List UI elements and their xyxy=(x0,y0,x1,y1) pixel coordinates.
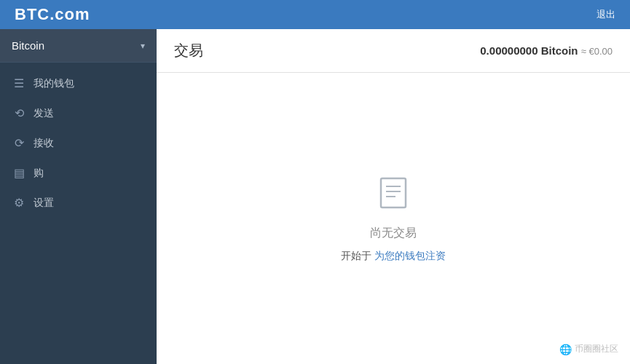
sidebar: Bitcoin ▾ ☰ 我的钱包 ⟲ 发送 ⟳ 接收 ▤ 购 ⚙ 设置 xyxy=(0,29,157,364)
empty-state-cta: 开始于 为您的钱包注资 xyxy=(341,250,446,263)
main-header: 交易 0.00000000 Bitcoin ≈ €0.00 xyxy=(157,29,630,73)
settings-icon: ⚙ xyxy=(12,196,26,210)
balance-separator: ≈ xyxy=(581,46,589,57)
chevron-down-icon: ▾ xyxy=(141,41,145,51)
sidebar-item-label-send: 发送 xyxy=(34,107,54,120)
app-logo: BTC.com xyxy=(15,5,90,24)
sidebar-item-label-buy: 购 xyxy=(34,167,44,180)
sidebar-nav: ☰ 我的钱包 ⟲ 发送 ⟳ 接收 ▤ 购 ⚙ 设置 xyxy=(0,63,157,223)
sidebar-item-label-settings: 设置 xyxy=(34,197,54,210)
app-header: BTC.com 退出 xyxy=(0,0,630,29)
wallet-name: Bitcoin xyxy=(12,39,44,52)
empty-state-icon xyxy=(375,175,412,217)
fund-wallet-link[interactable]: 为您的钱包注资 xyxy=(374,250,446,261)
send-icon: ⟲ xyxy=(12,106,26,120)
sidebar-item-my-wallet[interactable]: ☰ 我的钱包 xyxy=(0,68,157,98)
watermark: 🌐 币圈圈社区 xyxy=(559,343,618,355)
buy-icon: ▤ xyxy=(12,166,26,180)
sidebar-item-receive[interactable]: ⟳ 接收 xyxy=(0,128,157,158)
cta-prefix: 开始于 xyxy=(341,250,374,261)
sidebar-item-label-my-wallet: 我的钱包 xyxy=(34,77,74,90)
empty-state: 尚无交易 开始于 为您的钱包注资 xyxy=(341,175,446,263)
transactions-area: 尚无交易 开始于 为您的钱包注资 xyxy=(157,73,630,364)
empty-state-text: 尚无交易 xyxy=(370,226,417,241)
logout-button[interactable]: 退出 xyxy=(596,8,615,21)
sidebar-item-label-receive: 接收 xyxy=(34,137,54,150)
watermark-icon: 🌐 xyxy=(559,344,572,355)
main-content: 交易 0.00000000 Bitcoin ≈ €0.00 尚 xyxy=(157,29,630,364)
wallet-selector[interactable]: Bitcoin ▾ xyxy=(0,29,157,63)
fiat-amount: €0.00 xyxy=(588,46,613,57)
sidebar-item-settings[interactable]: ⚙ 设置 xyxy=(0,188,157,218)
wallet-icon: ☰ xyxy=(12,76,26,90)
receive-icon: ⟳ xyxy=(12,136,26,150)
sidebar-item-send[interactable]: ⟲ 发送 xyxy=(0,98,157,128)
app-body: Bitcoin ▾ ☰ 我的钱包 ⟲ 发送 ⟳ 接收 ▤ 购 ⚙ 设置 xyxy=(0,29,630,364)
balance-display: 0.00000000 Bitcoin ≈ €0.00 xyxy=(480,44,613,57)
page-title: 交易 xyxy=(174,41,203,60)
svg-rect-0 xyxy=(381,178,406,207)
bitcoin-balance: 0.00000000 Bitcoin xyxy=(480,44,578,57)
fiat-balance: ≈ €0.00 xyxy=(581,46,613,57)
watermark-text: 币圈圈社区 xyxy=(575,343,618,355)
sidebar-item-buy[interactable]: ▤ 购 xyxy=(0,158,157,188)
